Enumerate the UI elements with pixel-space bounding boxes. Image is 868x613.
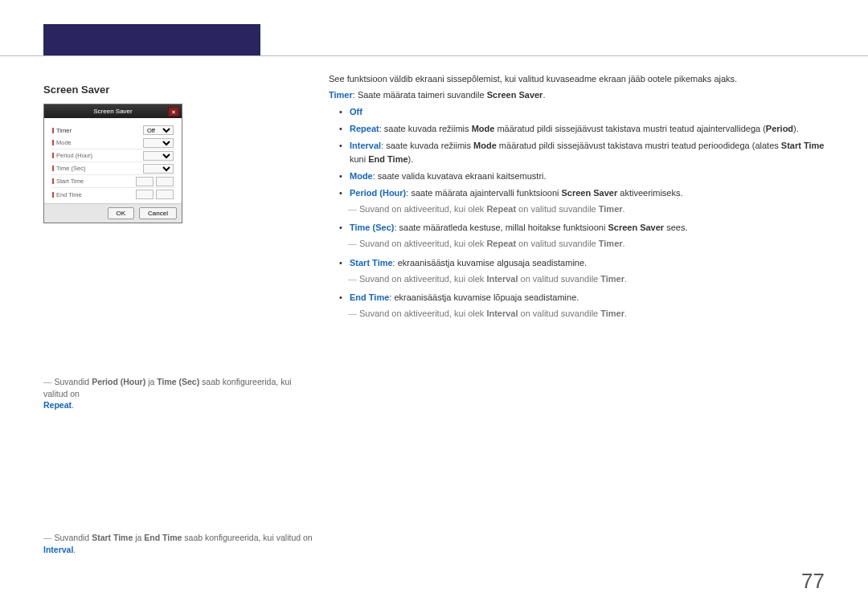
time-select[interactable] [143,164,174,174]
screen-saver-dialog: Screen Saver ✕ Timer Off Mode Period (Ho… [43,104,182,223]
timer-line: Timer: Saate määrata taimeri suvandile S… [329,88,825,102]
label-mode: Mode [56,139,72,146]
dialog-titlebar: Screen Saver ✕ [44,104,182,118]
end-min[interactable] [156,190,174,199]
row-period: Period (Hour) [51,149,175,162]
timer-options: Off Repeat: saate kuvada režiimis Mode m… [329,105,825,321]
start-min[interactable] [156,177,174,186]
opt-repeat: Repeat: saate kuvada režiimis Mode määra… [350,122,825,136]
label-time: Time (Sec) [56,165,85,172]
period-select[interactable] [143,151,174,161]
close-icon[interactable]: ✕ [168,107,179,116]
opt-start-time: Start Time: ekraanisäästja kuvamise algu… [350,256,825,286]
label-period: Period (Hour) [56,152,92,159]
right-column: See funktsioon väldib ekraani sissepõlem… [329,72,825,555]
sub-end: Suvand on aktiveeritud, kui olek Interva… [359,307,825,321]
sub-time: Suvand on aktiveeritud, kui olek Repeat … [359,237,825,251]
left-note-2: ― Suvandid Start Time ja End Time saab k… [43,532,313,555]
marker-icon [52,178,54,184]
page-number: 77 [801,569,825,594]
header-accent-bar [43,24,260,55]
sub-period: Suvand on aktiveeritud, kui olek Repeat … [359,202,825,216]
row-time: Time (Sec) [51,162,175,175]
section-title: Screen Saver [43,84,313,96]
row-mode: Mode [51,137,175,149]
row-timer: Timer Off [51,124,175,137]
marker-icon [52,153,54,158]
opt-end-time: End Time: ekraanisäästja kuvamise lõpuaj… [350,291,825,321]
opt-off: Off [350,105,825,119]
cancel-button[interactable]: Cancel [139,207,177,219]
dialog-footer: OK Cancel [44,203,182,223]
label-timer: Timer [56,127,72,134]
left-column: Screen Saver Screen Saver ✕ Timer Off Mo… [43,72,329,555]
start-hour[interactable] [136,177,154,186]
marker-icon [52,192,54,198]
opt-time-sec: Time (Sec): saate määratleda kestuse, mi… [350,221,825,251]
page-content: Screen Saver Screen Saver ✕ Timer Off Mo… [0,56,868,555]
dialog-title: Screen Saver [93,108,132,115]
ok-button[interactable]: OK [108,207,135,219]
timer-select[interactable]: Off [143,125,174,135]
row-start: Start Time [51,175,175,188]
dialog-body: Timer Off Mode Period (Hour) Time (Sec) … [44,118,182,203]
opt-mode: Mode: saate valida kuvatava ekraani kait… [350,170,825,183]
label-start: Start Time [56,178,84,185]
sub-start: Suvand on aktiveeritud, kui olek Interva… [359,272,825,286]
marker-icon [52,166,54,171]
left-note-1: ― Suvandid Period (Hour) ja Time (Sec) s… [43,376,313,411]
opt-period-hour: Period (Hour): saate määrata ajainterval… [350,186,825,216]
intro-text: See funktsioon väldib ekraani sissepõlem… [329,72,825,86]
label-end: End Time [56,191,82,198]
end-hour[interactable] [136,190,154,199]
marker-icon [52,140,54,145]
mode-select[interactable] [143,138,174,148]
marker-icon [52,128,54,133]
row-end: End Time [51,188,175,201]
opt-interval: Interval: saate kuvada režiimis Mode mää… [350,139,825,166]
